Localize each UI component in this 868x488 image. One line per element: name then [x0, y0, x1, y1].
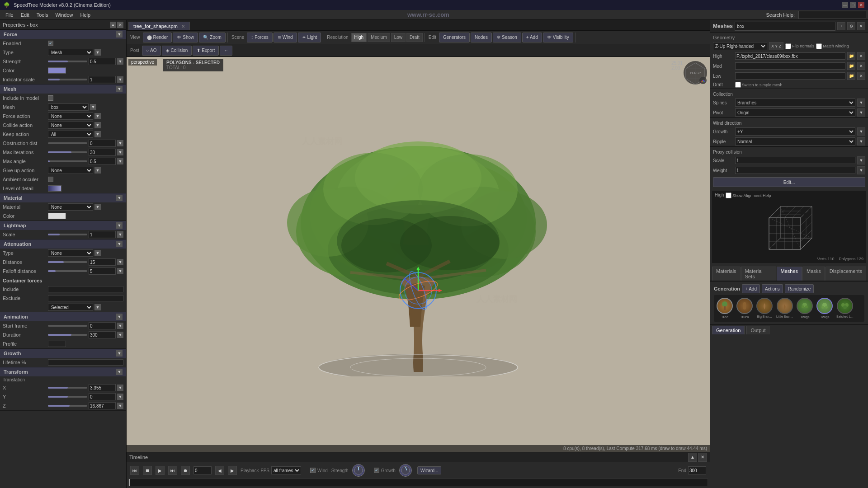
ao-button[interactable]: ○ AO: [142, 46, 161, 56]
mesh-settings-button[interactable]: ⚙: [847, 22, 855, 30]
gen-actions-button[interactable]: Actions: [762, 284, 783, 293]
back-button[interactable]: ←: [220, 46, 232, 56]
viewport[interactable]: www.rr-sc.com 人人素材网 人人素材网 perspective PO…: [127, 57, 710, 452]
med-clear-button[interactable]: ✕: [857, 62, 865, 70]
mesh-menu[interactable]: ▼: [90, 104, 96, 110]
anim-start-slider[interactable]: [48, 325, 87, 327]
strength-slider[interactable]: [48, 61, 87, 62]
wind-strength-knob[interactable]: [352, 464, 365, 477]
res-high-button[interactable]: High: [351, 33, 367, 42]
res-med-button[interactable]: Medium: [368, 33, 390, 42]
anim-dur-slider[interactable]: [48, 334, 87, 336]
collision-button[interactable]: ◈ Collision: [162, 46, 192, 56]
tl-end-button[interactable]: ⏭: [168, 466, 177, 475]
nodes-button[interactable]: Nodes: [471, 33, 492, 42]
type-select[interactable]: Mesh: [48, 49, 93, 56]
mesh-item-littlebranch[interactable]: Little Bran...: [775, 297, 794, 320]
ripple-menu[interactable]: ▼: [857, 137, 865, 145]
zoom-button[interactable]: 🔍 Zoom: [199, 33, 226, 42]
lightmap-header[interactable]: Lightmap ▼: [0, 221, 126, 230]
nav-cube[interactable]: PERSP: [683, 61, 708, 85]
tl-start-button[interactable]: ⏮: [130, 466, 139, 475]
strength-menu[interactable]: ▼: [117, 58, 123, 65]
indicator-input[interactable]: [89, 76, 116, 83]
pivot-menu[interactable]: ▼: [857, 108, 865, 117]
giveup-select[interactable]: None: [48, 167, 93, 174]
scale-menu[interactable]: ▼: [857, 156, 865, 164]
ambient-checkbox[interactable]: [48, 177, 53, 182]
transform-header[interactable]: Transform ▼: [0, 367, 126, 376]
wind-checkbox[interactable]: [310, 468, 316, 473]
growth-checkbox[interactable]: [374, 468, 379, 473]
anim-profile-preview[interactable]: [48, 341, 66, 347]
tl-prev-button[interactable]: ◀: [215, 466, 224, 475]
pivot-select[interactable]: Origin: [735, 108, 855, 117]
enabled-checkbox[interactable]: [48, 41, 53, 46]
high-browse-button[interactable]: 📁: [847, 52, 855, 60]
z-slider[interactable]: [48, 405, 87, 407]
tab-generation[interactable]: Generation: [712, 326, 745, 334]
z-input[interactable]: [89, 402, 116, 409]
light-button[interactable]: ☀ Light: [298, 33, 321, 42]
animation-header[interactable]: Animation ▼: [0, 312, 126, 321]
att-type-select[interactable]: None: [48, 249, 93, 257]
edit-button[interactable]: Edit...: [713, 177, 865, 187]
orientation-select[interactable]: Z-Up Right-handed: [713, 42, 767, 50]
growth-speed-knob[interactable]: [399, 464, 412, 477]
growth-select[interactable]: +Y: [735, 127, 855, 136]
med-browse-button[interactable]: 📁: [847, 62, 855, 70]
flip-normals-checkbox[interactable]: [785, 43, 791, 49]
att-falloff-slider[interactable]: [48, 270, 87, 272]
mesh-add-button[interactable]: +: [837, 22, 845, 30]
maxangle-slider[interactable]: [48, 160, 87, 162]
weight-input[interactable]: [735, 167, 855, 174]
tab-masks[interactable]: Masks: [802, 267, 825, 281]
forces-button[interactable]: ↕ Forces: [247, 33, 273, 42]
x-slider[interactable]: [48, 387, 87, 389]
tab-tree-shape[interactable]: tree_for_shape.spm ✕: [128, 22, 190, 30]
maxiter-slider[interactable]: [48, 151, 87, 153]
tl-record-button[interactable]: ⏺: [181, 466, 190, 475]
render-button[interactable]: ⬤ Render: [143, 33, 172, 42]
show-alignment-checkbox[interactable]: [726, 192, 731, 198]
growth-header[interactable]: Growth ▼: [0, 349, 126, 358]
end-frame-input[interactable]: [688, 466, 706, 474]
mesh-select[interactable]: box: [48, 103, 89, 111]
obstruction-input[interactable]: [89, 140, 116, 147]
tl-next-button[interactable]: ▶: [228, 466, 237, 475]
maximize-button[interactable]: □: [850, 2, 856, 8]
low-clear-button[interactable]: ✕: [857, 72, 865, 80]
wind-button[interactable]: ≋ Wind: [274, 33, 297, 42]
mesh-item-batched[interactable]: Batched L...: [835, 297, 854, 320]
timeline-scrubber[interactable]: [128, 479, 708, 486]
force-collapse[interactable]: ▼: [116, 31, 123, 38]
mesh-item-bigbranch[interactable]: Big Bran...: [755, 297, 774, 320]
visibility-button[interactable]: 👁 Visibility: [543, 33, 573, 42]
menu-tools[interactable]: Tools: [33, 11, 52, 19]
mesh-item-twigs2[interactable]: Twigs: [816, 297, 834, 320]
att-falloff-input[interactable]: [89, 267, 116, 275]
search-help[interactable]: Search Help:: [762, 11, 798, 19]
tab-output[interactable]: Output: [746, 326, 769, 334]
menu-file[interactable]: File: [2, 11, 17, 19]
att-dist-slider[interactable]: [48, 261, 87, 263]
y-input[interactable]: [89, 393, 116, 400]
menu-help[interactable]: Help: [77, 11, 94, 19]
collide-action-select[interactable]: None: [48, 122, 93, 129]
timeline-close[interactable]: ✕: [698, 453, 707, 462]
strength-input[interactable]: [89, 58, 116, 65]
lightmap-input[interactable]: [89, 231, 116, 238]
maxiter-input[interactable]: [89, 149, 116, 156]
att-dist-input[interactable]: [89, 258, 116, 266]
scale-input[interactable]: [735, 157, 855, 164]
indicator-slider[interactable]: [48, 79, 87, 80]
res-draft-button[interactable]: Draft: [406, 33, 423, 42]
mesh-section-header[interactable]: Mesh ▼: [0, 84, 126, 94]
anim-start-input[interactable]: [89, 322, 116, 329]
show-button[interactable]: 👁 Show: [173, 33, 198, 42]
obstruction-slider[interactable]: [48, 142, 87, 144]
container-select[interactable]: Selected: [48, 304, 93, 311]
anim-dur-input[interactable]: [89, 331, 116, 338]
med-path-input[interactable]: [735, 62, 845, 70]
include-field[interactable]: [48, 286, 123, 292]
